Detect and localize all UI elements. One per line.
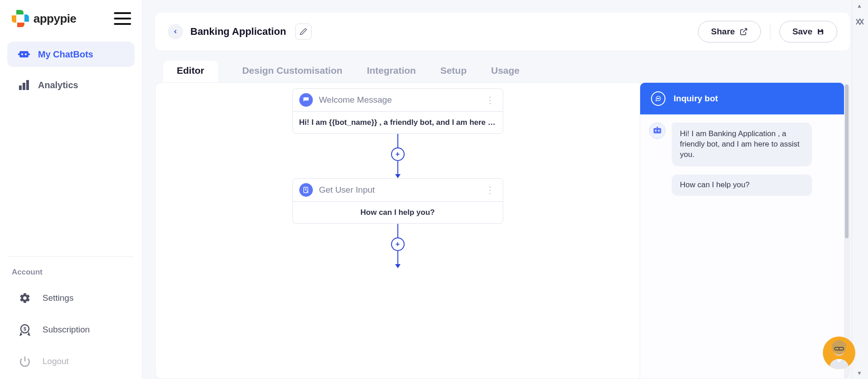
rail-action-icon[interactable] xyxy=(854,16,866,28)
form-icon xyxy=(299,183,313,197)
chat-preview: Inquiry bot Hi! I am Banking Application… xyxy=(640,83,849,379)
tab-editor[interactable]: Editor xyxy=(163,61,218,82)
account-item-label: Settings xyxy=(42,293,74,303)
preview-message-text: Hi! I am Banking Application , a friendl… xyxy=(672,123,812,166)
gear-icon xyxy=(18,291,32,305)
nav-item-my-chatbots[interactable]: My ChatBots xyxy=(7,42,135,67)
arrow-down-icon xyxy=(395,264,401,268)
node-title: Get User Input xyxy=(319,185,477,195)
svg-point-18 xyxy=(657,98,657,99)
svg-rect-0 xyxy=(19,51,28,57)
svg-point-20 xyxy=(659,98,659,99)
sidebar-divider xyxy=(8,256,134,257)
node-body: How can I help you? xyxy=(293,201,503,223)
svg-point-19 xyxy=(658,98,658,99)
comment-icon xyxy=(299,93,313,107)
account-section-label: Account xyxy=(5,268,137,284)
topbar: Banking Application Share Save xyxy=(155,13,850,51)
node-menu-button[interactable]: ⋮ xyxy=(484,95,496,105)
add-node-button[interactable]: + xyxy=(391,237,405,251)
chevron-left-icon xyxy=(172,28,179,35)
flow-node-user-input[interactable]: Get User Input ⋮ How can I help you? xyxy=(292,178,503,224)
preview-message: Hi! I am Banking Application , a friendl… xyxy=(649,123,835,166)
node-menu-button[interactable]: ⋮ xyxy=(484,185,496,195)
account-item-logout[interactable]: Logout xyxy=(5,347,137,375)
flow-node-welcome[interactable]: Welcome Message ⋮ Hi! I am {{bot_name}} … xyxy=(292,88,503,134)
chatbot-icon xyxy=(18,49,30,60)
tab-label: Usage xyxy=(491,65,519,76)
svg-rect-7 xyxy=(26,80,29,90)
bot-avatar-icon xyxy=(649,123,665,139)
flow-connector: + xyxy=(391,134,405,178)
preview-title: Inquiry bot xyxy=(674,94,718,104)
power-icon xyxy=(18,355,32,368)
save-button[interactable]: Save xyxy=(779,21,837,43)
share-button-label: Share xyxy=(711,27,735,37)
flow: Welcome Message ⋮ Hi! I am {{bot_name}} … xyxy=(156,88,640,268)
subscription-icon: $ xyxy=(18,323,32,336)
tab-integration[interactable]: Integration xyxy=(367,61,416,82)
brand-logo-mark xyxy=(11,9,31,28)
tab-label: Integration xyxy=(367,65,416,76)
svg-rect-21 xyxy=(654,128,661,133)
save-button-label: Save xyxy=(793,27,812,37)
node-header: Get User Input ⋮ xyxy=(293,179,503,201)
svg-rect-3 xyxy=(18,53,19,55)
nav-item-label: Analytics xyxy=(38,80,78,90)
edit-title-button[interactable] xyxy=(295,24,311,40)
tab-setup[interactable]: Setup xyxy=(440,61,467,82)
preview-message: How can I help you? xyxy=(649,175,835,196)
preview-scrollbar[interactable] xyxy=(844,83,849,379)
main: Banking Application Share Save Editor De xyxy=(142,0,868,379)
nav-item-analytics[interactable]: Analytics xyxy=(7,72,135,98)
nav: My ChatBots Analytics xyxy=(5,42,137,103)
sidebar: appypie My ChatBots Analytics Accoun xyxy=(0,0,142,379)
tabs: Editor Design Customisation Integration … xyxy=(155,51,850,82)
node-title: Welcome Message xyxy=(319,95,477,105)
svg-rect-4 xyxy=(28,53,30,55)
svg-rect-12 xyxy=(819,29,821,30)
page-title: Banking Application xyxy=(190,26,286,38)
sidebar-toggle[interactable] xyxy=(114,12,131,25)
svg-point-2 xyxy=(25,53,27,55)
share-icon xyxy=(740,28,748,36)
tab-design[interactable]: Design Customisation xyxy=(242,61,343,82)
tab-label: Editor xyxy=(177,65,204,76)
tab-usage[interactable]: Usage xyxy=(491,61,519,82)
support-chat-launcher[interactable] xyxy=(823,336,855,369)
topbar-left: Banking Application xyxy=(168,24,311,40)
brand-logo[interactable]: appypie xyxy=(11,9,76,28)
svg-rect-24 xyxy=(656,127,658,128)
node-body: Hi! I am {{bot_name}} , a friendly bot, … xyxy=(293,111,503,133)
svg-text:$: $ xyxy=(24,326,26,332)
preview-message-text: How can I help you? xyxy=(672,175,812,196)
nav-item-label: My ChatBots xyxy=(38,49,93,60)
flow-canvas[interactable]: Welcome Message ⋮ Hi! I am {{bot_name}} … xyxy=(156,83,640,379)
svg-point-22 xyxy=(655,130,656,131)
preview-body: Hi! I am Banking Application , a friendl… xyxy=(640,114,844,204)
arrow-down-icon xyxy=(395,174,401,178)
svg-rect-6 xyxy=(23,83,25,90)
scroll-down-icon[interactable]: ▼ xyxy=(857,370,862,376)
svg-rect-5 xyxy=(19,85,22,90)
node-header: Welcome Message ⋮ xyxy=(293,89,503,111)
analytics-icon xyxy=(18,80,30,90)
add-node-button[interactable]: + xyxy=(391,147,405,161)
save-icon xyxy=(817,28,824,35)
share-button[interactable]: Share xyxy=(698,21,761,43)
chat-bubble-icon xyxy=(651,91,665,106)
svg-point-23 xyxy=(658,130,660,131)
account-item-label: Subscription xyxy=(42,325,90,335)
account-item-subscription[interactable]: $ Subscription xyxy=(5,316,137,344)
divider xyxy=(770,24,770,39)
tab-label: Design Customisation xyxy=(242,65,343,76)
flow-connector: + xyxy=(391,224,405,268)
brand-logo-text: appypie xyxy=(33,12,76,26)
workspace: Welcome Message ⋮ Hi! I am {{bot_name}} … xyxy=(155,82,850,379)
svg-rect-13 xyxy=(819,32,822,34)
svg-point-1 xyxy=(21,53,23,55)
scroll-up-icon[interactable]: ▲ xyxy=(857,3,862,9)
sidebar-header: appypie xyxy=(5,9,137,42)
back-button[interactable] xyxy=(168,24,183,39)
account-item-settings[interactable]: Settings xyxy=(5,284,137,312)
